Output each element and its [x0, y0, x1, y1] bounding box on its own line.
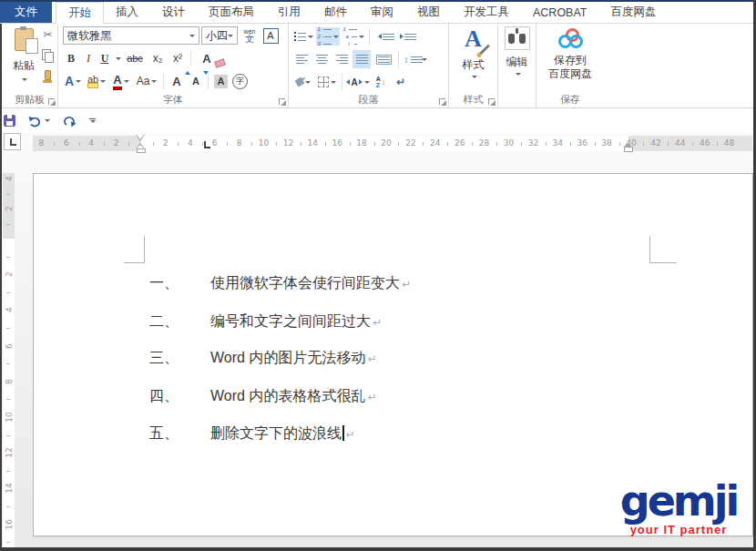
- increase-indent-button[interactable]: [395, 27, 415, 46]
- ribbon-tab[interactable]: 邮件: [312, 2, 359, 23]
- font-color-button[interactable]: A: [110, 72, 132, 90]
- line-text: 使用微软字体会使行间距变大↵: [210, 274, 411, 293]
- phonetic-guide-button[interactable]: wén 文: [240, 26, 260, 45]
- tab-file[interactable]: 文件: [0, 2, 52, 23]
- numbering-button[interactable]: 1 2 3: [316, 27, 340, 46]
- styles-button[interactable]: A 样式: [453, 26, 494, 78]
- save-icon[interactable]: [4, 115, 15, 127]
- customize-qat-button[interactable]: [89, 118, 96, 123]
- ribbon-tab[interactable]: 设计: [150, 2, 197, 23]
- paragraph-group-label: 段落: [289, 93, 448, 107]
- text-effects-button[interactable]: A: [63, 72, 83, 90]
- font-dialog-launcher[interactable]: [279, 98, 285, 105]
- ribbon-tab[interactable]: 引用: [266, 2, 312, 23]
- ruler-horizontal[interactable]: 8642246810121416182022242628303234363840…: [33, 136, 752, 151]
- copy-icon[interactable]: [42, 49, 51, 60]
- format-painter-icon[interactable]: [45, 70, 51, 80]
- ribbon-tab[interactable]: 页面布局: [197, 2, 266, 23]
- save-to-baidu-label: 保存到 百度网盘: [548, 54, 592, 81]
- group-font: 微软雅黑 小四 wén 文 A B I U: [58, 23, 289, 107]
- shading-button[interactable]: [292, 73, 314, 91]
- align-center-button[interactable]: [312, 50, 331, 68]
- ribbon-tab[interactable]: ACROBAT: [521, 2, 599, 23]
- line-text: 删除文字下的波浪线↵: [210, 424, 355, 444]
- highlight-color-button[interactable]: ab: [85, 72, 108, 90]
- sort-button[interactable]: AZ ↓: [372, 73, 390, 91]
- tab-stop-marker[interactable]: [204, 141, 210, 148]
- subscript-button[interactable]: x₂: [148, 49, 167, 67]
- undo-button[interactable]: [28, 115, 50, 128]
- ruler-tick: [128, 142, 129, 146]
- asian-layout-icon: A: [346, 77, 362, 87]
- strikethrough-button[interactable]: abc: [123, 49, 147, 67]
- justify-icon: [356, 55, 368, 64]
- save-to-baidu-button[interactable]: 保存到 百度网盘: [540, 26, 600, 81]
- cut-icon[interactable]: ✂: [43, 28, 52, 41]
- borders-button[interactable]: [316, 73, 338, 91]
- tab-type-icon: [9, 138, 16, 146]
- character-shading-button[interactable]: A: [212, 72, 230, 90]
- ribbon-tab[interactable]: 开始: [56, 2, 104, 24]
- align-right-button[interactable]: [332, 50, 351, 68]
- align-left-button[interactable]: [292, 50, 311, 68]
- ruler-tick: [546, 142, 547, 146]
- grow-font-button[interactable]: A: [168, 72, 186, 90]
- ribbon-tab[interactable]: 视图: [405, 2, 452, 23]
- line-spacing-button[interactable]: ↕: [403, 50, 428, 68]
- ribbon-tab[interactable]: 开发工具: [452, 2, 521, 23]
- first-line-indent-marker[interactable]: [136, 135, 145, 141]
- underline-dropdown-arrow[interactable]: [116, 57, 121, 60]
- ruler-number: 16: [5, 518, 14, 530]
- ruler-number: 32: [528, 136, 538, 151]
- ribbon: 粘贴 ✂ 剪贴板 微软雅黑 小四: [2, 23, 753, 108]
- ribbon-tab[interactable]: 百度网盘: [599, 2, 669, 23]
- ribbon-tab[interactable]: 审阅: [359, 2, 405, 23]
- paragraph-mark: ↵: [367, 391, 376, 403]
- ruler-number: 10: [259, 136, 269, 151]
- ribbon-tab-list: 开始插入设计页面布局引用邮件审阅视图开发工具ACROBAT百度网盘: [56, 2, 669, 23]
- character-border-button[interactable]: A: [261, 26, 280, 45]
- paste-button[interactable]: 粘贴: [6, 26, 41, 94]
- bullets-button[interactable]: [292, 27, 314, 46]
- ribbon-tab[interactable]: 插入: [104, 2, 150, 23]
- shrink-font-button[interactable]: A: [188, 72, 204, 90]
- ruler-vertical[interactable]: 42246810121416: [3, 173, 15, 547]
- superscript-button[interactable]: x²: [169, 49, 187, 67]
- change-case-button[interactable]: Aa: [134, 72, 159, 90]
- redo-button[interactable]: [63, 115, 77, 128]
- clear-formatting-button[interactable]: A: [195, 49, 219, 67]
- undo-icon: [28, 115, 43, 128]
- italic-button[interactable]: I: [81, 49, 96, 67]
- ruler-tick: [79, 142, 80, 146]
- justify-button[interactable]: [352, 50, 371, 68]
- paragraph-dialog-launcher[interactable]: [439, 98, 445, 105]
- save-group-label: 保存: [536, 93, 604, 107]
- styles-dropdown-arrow: [472, 76, 477, 78]
- ruler-tick: [692, 142, 693, 146]
- multilevel-list-button[interactable]: 1 a i: [342, 27, 365, 46]
- underline-button[interactable]: U: [97, 49, 112, 67]
- line-number: 五、: [149, 424, 179, 444]
- line-number: 三、: [149, 349, 179, 368]
- sort-icon: AZ ↓: [376, 76, 386, 88]
- font-name-combobox[interactable]: 微软雅黑: [63, 26, 199, 45]
- distributed-button[interactable]: [373, 50, 394, 68]
- increase-indent-icon: [400, 34, 412, 40]
- ruler-number: 2: [114, 136, 119, 151]
- align-right-icon: [336, 55, 348, 64]
- tab-selector-button[interactable]: [4, 133, 21, 150]
- enclose-characters-button[interactable]: 字: [231, 72, 249, 90]
- asian-layout-button[interactable]: A: [346, 73, 370, 91]
- ruler-tick: [325, 142, 326, 146]
- bold-button[interactable]: B: [63, 49, 79, 67]
- styles-dialog-launcher[interactable]: [488, 98, 495, 105]
- logo: gemji your IT partner: [606, 480, 751, 536]
- clipboard-dialog-launcher[interactable]: [48, 98, 55, 105]
- document-page[interactable]: 一、使用微软字体会使行间距变大↵二、编号和文字之间间距过大↵三、Word 内的图…: [33, 173, 753, 536]
- decrease-indent-button[interactable]: [373, 27, 393, 46]
- font-size-combobox[interactable]: 小四: [201, 26, 238, 45]
- editing-button[interactable]: 编辑: [502, 26, 532, 76]
- ruler-number: 18: [356, 136, 366, 151]
- left-indent-marker[interactable]: [137, 148, 146, 153]
- show-marks-button[interactable]: ↵: [392, 73, 410, 91]
